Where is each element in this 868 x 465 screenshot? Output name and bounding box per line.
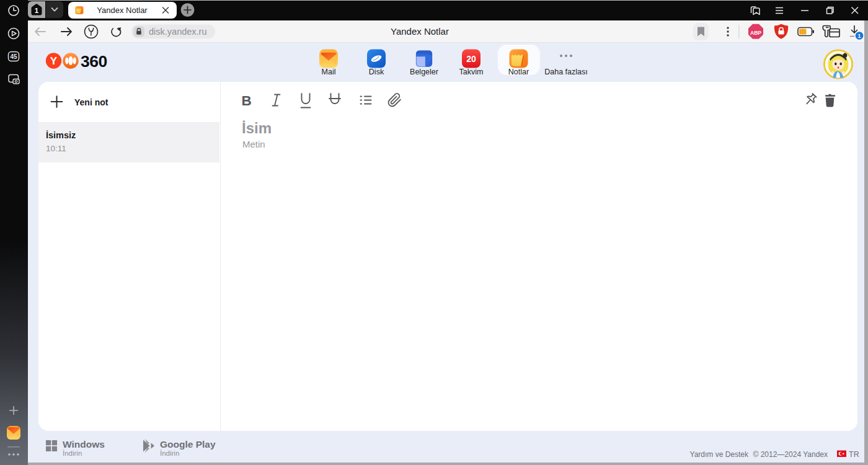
svg-text:20: 20 [466,54,476,64]
svg-text:© 2012—2024 Yandex: © 2012—2024 Yandex [753,450,828,459]
svg-text:Google Play: Google Play [160,439,216,450]
svg-text:İndirin: İndirin [160,450,179,457]
svg-text:Mail: Mail [322,68,336,76]
svg-text:1: 1 [35,7,39,14]
svg-text:disk.yandex.ru: disk.yandex.ru [149,27,207,37]
svg-text:Notlar: Notlar [508,68,529,76]
svg-text:45: 45 [10,53,17,60]
svg-text:B: B [241,93,251,108]
svg-text:Daha fazlası: Daha fazlası [544,68,587,76]
svg-text:Yardım ve Destek: Yardım ve Destek [690,450,749,459]
svg-text:Takvim: Takvim [459,68,484,76]
svg-text:Yandex Notlar: Yandex Notlar [97,6,148,15]
svg-text:360: 360 [81,52,107,71]
svg-text:Y: Y [50,55,58,67]
svg-text:Yandex Notlar: Yandex Notlar [391,26,449,37]
svg-text:İndirin: İndirin [63,450,82,457]
svg-text:ABP: ABP [750,30,761,36]
svg-text:Disk: Disk [369,68,384,76]
svg-text:Belgeler: Belgeler [410,68,438,76]
svg-text:Windows: Windows [63,439,105,450]
svg-text:1: 1 [857,32,861,39]
svg-text:TR: TR [849,450,859,459]
